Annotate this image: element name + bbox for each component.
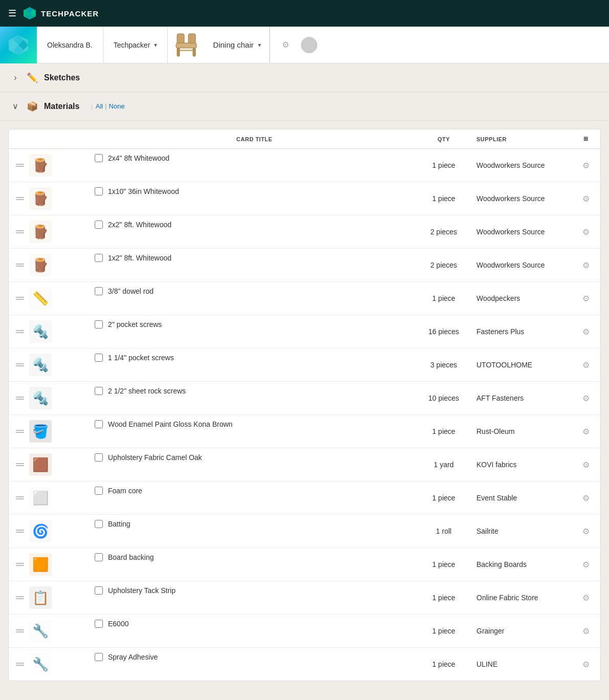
cell-checkbox-6[interactable]: 1 1/4" pocket screws [91,348,418,367]
cell-qty-5: 16 pieces [418,315,469,348]
row-checkbox[interactable] [95,254,103,262]
row-settings-button[interactable] [579,657,593,671]
row-checkbox[interactable] [95,453,103,462]
row-checkbox[interactable] [95,487,103,495]
row-checkbox[interactable] [95,586,103,595]
cell-actions-4 [572,282,600,315]
product-name-area[interactable]: Dining chair ▾ [205,27,269,63]
drag-handle[interactable] [16,496,24,499]
item-thumbnail: 🟧 [29,553,52,576]
chair-image [172,31,201,59]
drag-handle[interactable] [16,596,24,599]
cell-checkbox-3[interactable]: 1x2" 8ft. Whitewood [91,249,418,267]
row-settings-button[interactable] [579,158,593,172]
row-settings-button[interactable] [579,258,593,272]
drag-handle[interactable] [16,463,24,466]
row-checkbox[interactable] [95,520,103,528]
drag-handle[interactable] [16,629,24,632]
row-settings-button[interactable] [579,291,593,305]
hamburger-icon[interactable]: ☰ [8,8,16,19]
row-settings-button[interactable] [579,391,593,405]
cell-checkbox-13[interactable]: Upholstery Tack Strip [91,581,418,600]
project-workspace[interactable]: Techpacker ▾ [103,27,168,63]
drag-handle[interactable] [16,430,24,433]
cell-thumb-1: 🪵 [9,182,91,215]
drag-handle[interactable] [16,397,24,400]
columns-toggle-icon[interactable]: ⊞ [583,136,589,142]
row-checkbox[interactable] [95,187,103,195]
cell-actions-1 [572,182,600,215]
row-checkbox[interactable] [95,320,103,329]
drag-handle[interactable] [16,363,24,366]
cell-checkbox-11[interactable]: Batting [91,515,418,533]
drag-handle[interactable] [16,563,24,566]
cell-checkbox-15[interactable]: Spray Adhesive [91,648,418,666]
row-checkbox[interactable] [95,154,103,162]
drag-handle[interactable] [16,230,24,233]
row-settings-button[interactable] [579,424,593,439]
row-checkbox[interactable] [95,620,103,628]
row-checkbox[interactable] [95,553,103,561]
row-settings-button[interactable] [579,590,593,605]
cell-checkbox-1[interactable]: 1x10" 36in Whitewood [91,182,418,201]
row-settings-button[interactable] [579,225,593,239]
row-settings-button[interactable] [579,624,593,638]
table-row: 🔩 2 1/2" sheet rock screws 10 pieces AFT… [9,382,600,415]
cell-checkbox-4[interactable]: 3/8" dowel rod [91,282,418,300]
item-thumbnail: 🪵 [29,187,52,210]
drag-handle[interactable] [16,530,24,533]
row-checkbox[interactable] [95,387,103,395]
row-checkbox[interactable] [95,221,103,229]
row-checkbox[interactable] [95,287,103,295]
cell-checkbox-5[interactable]: 2" pocket screws [91,315,418,334]
cell-supplier-4: Woodpeckers [469,282,572,315]
row-checkbox[interactable] [95,653,103,661]
cell-checkbox-8[interactable]: Wood Enamel Paint Gloss Kona Brown [91,415,418,433]
row-settings-button[interactable] [579,191,593,206]
settings-button[interactable]: ⚙ [278,38,293,52]
row-settings-button[interactable] [579,557,593,572]
row-settings-button[interactable] [579,324,593,339]
cell-checkbox-9[interactable]: Upholstery Fabric Camel Oak [91,448,418,467]
row-gear-icon [582,427,590,436]
item-thumbnail: ⬜ [29,487,52,509]
row-settings-button[interactable] [579,358,593,372]
row-title: Wood Enamel Paint Gloss Kona Brown [108,420,232,428]
cell-thumb-8: 🪣 [9,415,91,448]
drag-handle[interactable] [16,197,24,200]
cell-thumb-6: 🔩 [9,348,91,382]
row-checkbox[interactable] [95,354,103,362]
cell-thumb-12: 🟧 [9,548,91,581]
svg-rect-12 [177,48,180,56]
drag-handle[interactable] [16,663,24,666]
row-settings-button[interactable] [579,457,593,472]
settings-gear-icon: ⚙ [282,40,289,50]
cell-checkbox-10[interactable]: Foam core [91,482,418,500]
row-settings-button[interactable] [579,524,593,538]
cell-checkbox-12[interactable]: Board backing [91,548,418,566]
materials-table-container: Card Title QTY SUPPLIER ⊞ 🪵 [8,129,601,681]
drag-handle[interactable] [16,164,24,167]
drag-handle[interactable] [16,297,24,300]
cell-checkbox-14[interactable]: E6000 [91,615,418,633]
cell-checkbox-0[interactable]: 2x4" 8ft Whitewood [91,149,418,167]
drag-handle[interactable] [16,330,24,333]
item-thumbnail: 🔩 [29,320,52,343]
row-title: 3/8" dowel rod [108,287,154,295]
cell-checkbox-2[interactable]: 2x2" 8ft. Whitewood [91,215,418,234]
materials-collapse-toggle[interactable]: ∨ [10,101,20,112]
sketches-collapse-toggle[interactable]: › [10,73,20,83]
cell-checkbox-7[interactable]: 2 1/2" sheet rock screws [91,382,418,400]
row-checkbox[interactable] [95,420,103,428]
row-gear-icon [582,593,590,603]
row-title: E6000 [108,620,128,628]
row-settings-button[interactable] [579,491,593,505]
filter-none-link[interactable]: None [109,102,125,110]
cell-thumb-14: 🔧 [9,615,91,648]
drag-handle[interactable] [16,264,24,267]
workspace-chevron-icon: ▾ [154,41,157,49]
col-header-actions[interactable]: ⊞ [572,129,600,149]
pencil-icon: ✏️ [27,72,38,83]
filter-all-link[interactable]: All [96,102,103,110]
cell-thumb-13: 📋 [9,581,91,615]
